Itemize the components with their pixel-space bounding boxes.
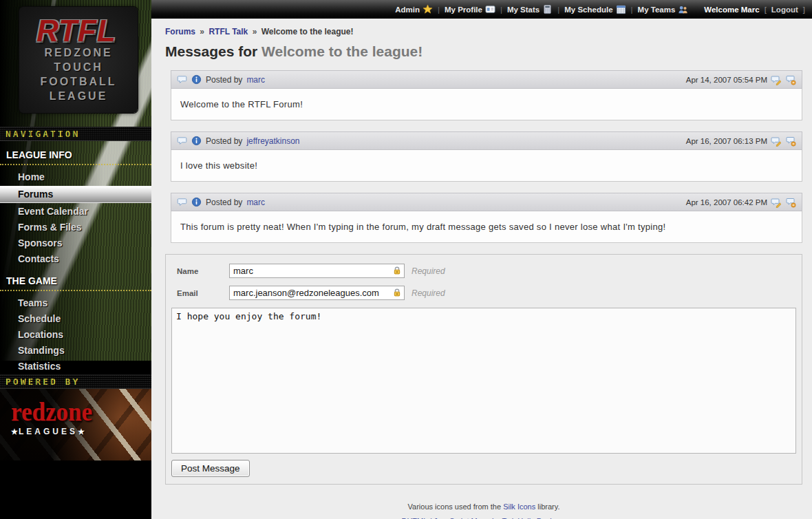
email-row: Email Required bbox=[171, 286, 796, 300]
reply-form: Name Required Email Required I hope you … bbox=[165, 254, 802, 485]
sidebar-spacer bbox=[0, 113, 151, 127]
sidebar-item-event-calendar[interactable]: Event Calendar bbox=[0, 204, 151, 220]
message-post: Posted by marc Apr 16, 2007 06:42 PM Thi… bbox=[171, 193, 802, 243]
topbar-separator: | bbox=[438, 6, 440, 14]
name-label: Name bbox=[171, 267, 229, 275]
calendar-icon bbox=[616, 4, 626, 14]
message-body: Welcome to the RTFL Forum! bbox=[171, 89, 802, 120]
message-body: I love this website! bbox=[171, 150, 802, 182]
sidebar-item-standings[interactable]: Standings bbox=[0, 343, 151, 359]
email-label: Email bbox=[171, 289, 229, 297]
topbar-item-my-schedule[interactable]: My Schedule bbox=[564, 4, 626, 14]
sidebar-bottom-fill bbox=[0, 460, 151, 519]
rtfl-logo-line: REDZONE bbox=[44, 46, 112, 61]
comment-remove-icon[interactable] bbox=[785, 197, 796, 208]
topbar-separator: | bbox=[557, 6, 559, 14]
breadcrumb-separator: » bbox=[197, 27, 206, 36]
sidebar-item-locations[interactable]: Locations bbox=[0, 327, 151, 343]
message-body: This forum is pretty neat! When I'm typi… bbox=[171, 211, 802, 243]
sidebar-item-forms-files[interactable]: Forms & Files bbox=[0, 220, 151, 235]
redzone-logo-sub: ★LEAGUES★ bbox=[11, 427, 151, 436]
main-area: Admin | My Profile | My Stats | My Sched… bbox=[151, 0, 812, 519]
sidebar-item-sponsors[interactable]: Sponsors bbox=[0, 235, 151, 251]
logout-link[interactable]: Logout bbox=[771, 6, 798, 14]
topbar-item-my-stats[interactable]: My Stats bbox=[507, 4, 553, 14]
leagues-text: LEAGUES bbox=[19, 427, 78, 436]
comment-remove-icon[interactable] bbox=[785, 74, 796, 85]
content-area: Forums » RTFL Talk » Welcome to the leag… bbox=[151, 19, 812, 519]
rtfl-logo-acronym: RTFL bbox=[36, 16, 120, 46]
name-input-wrap bbox=[229, 264, 405, 278]
name-field[interactable] bbox=[229, 264, 405, 278]
info-icon[interactable] bbox=[191, 136, 202, 146]
topbar-separator: | bbox=[631, 6, 633, 14]
silk-icons-link[interactable]: Silk Icons bbox=[503, 502, 535, 511]
message-textarea[interactable]: I hope you enjoy the forum! bbox=[171, 308, 796, 454]
message-header-left: Posted by marc bbox=[177, 197, 265, 207]
group-icon bbox=[678, 4, 688, 14]
my-schedule-label: My Schedule bbox=[564, 6, 612, 14]
sidebar-item-forums[interactable]: Forums bbox=[0, 186, 151, 203]
sidebar-item-statistics[interactable]: Statistics bbox=[0, 359, 151, 374]
vcard-icon bbox=[485, 4, 495, 14]
comment-edit-icon[interactable] bbox=[771, 136, 782, 147]
footer-line-icons: Various icons used from the Silk Icons l… bbox=[165, 500, 802, 514]
page-title-prefix: Messages for bbox=[165, 43, 261, 59]
topbar-item-my-profile[interactable]: My Profile bbox=[445, 4, 495, 14]
breadcrumb-link-rtfl-talk[interactable]: RTFL Talk bbox=[209, 27, 248, 36]
info-icon[interactable] bbox=[191, 74, 202, 85]
redzone-logo-word: redzone bbox=[11, 399, 151, 425]
author-link[interactable]: marc bbox=[246, 198, 265, 207]
posted-by-label: Posted by bbox=[206, 198, 242, 207]
rtfl-logo: RTFL REDZONE TOUCH FOOTBALL LEAGUE bbox=[19, 7, 138, 113]
comment-edit-icon[interactable] bbox=[771, 197, 782, 208]
section-title-league-info: LEAGUE INFO bbox=[0, 149, 151, 165]
page-title-topic: Welcome to the league! bbox=[261, 43, 423, 59]
my-stats-label: My Stats bbox=[507, 6, 539, 14]
comment-icon bbox=[177, 197, 187, 207]
section-title-the-game: THE GAME bbox=[0, 275, 151, 291]
comment-remove-icon[interactable] bbox=[785, 136, 796, 147]
breadcrumb-link-forums[interactable]: Forums bbox=[165, 27, 195, 36]
message-date: Apr 16, 2007 06:13 PM bbox=[686, 137, 767, 145]
sidebar-item-schedule[interactable]: Schedule bbox=[0, 311, 151, 327]
sidebar-item-contacts[interactable]: Contacts bbox=[0, 251, 151, 267]
topbar: Admin | My Profile | My Stats | My Sched… bbox=[151, 0, 812, 19]
comment-edit-icon[interactable] bbox=[771, 74, 782, 85]
footer-text: library. bbox=[535, 502, 559, 511]
lock-icon bbox=[392, 266, 402, 278]
message-header: Posted by marc Apr 14, 2007 05:54 PM bbox=[171, 70, 802, 89]
topbar-item-admin[interactable]: Admin bbox=[395, 4, 433, 14]
logout-bracket: ] bbox=[803, 6, 805, 14]
star-icon bbox=[423, 4, 433, 14]
message-header-left: Posted by marc bbox=[177, 74, 265, 85]
footer-text: Various icons used from the bbox=[408, 502, 504, 511]
page-footer: Various icons used from the Silk Icons l… bbox=[165, 500, 802, 519]
post-message-button[interactable]: Post Message bbox=[171, 460, 250, 477]
rtfl-logo-line: TOUCH bbox=[54, 61, 103, 75]
redzone-leagues-logo[interactable]: redzone ★LEAGUES★ bbox=[0, 389, 151, 460]
message-post: Posted by marc Apr 14, 2007 05:54 PM Wel… bbox=[171, 70, 802, 120]
my-teams-label: My Teams bbox=[638, 6, 676, 14]
sidebar-item-teams[interactable]: Teams bbox=[0, 295, 151, 311]
topbar-item-my-teams[interactable]: My Teams bbox=[638, 4, 689, 14]
rtfl-logo-line: LEAGUE bbox=[50, 89, 108, 104]
star-glyph: ★ bbox=[78, 427, 85, 436]
message-header-left: Posted by jeffreyatkinson bbox=[177, 136, 300, 146]
breadcrumb-current: Welcome to the league! bbox=[261, 27, 354, 36]
author-link[interactable]: marc bbox=[246, 75, 265, 85]
info-icon[interactable] bbox=[191, 197, 202, 207]
navigation-header: NAVIGATION bbox=[0, 127, 151, 141]
message-date: Apr 16, 2007 06:42 PM bbox=[686, 198, 767, 206]
sidebar-item-home[interactable]: Home bbox=[0, 169, 151, 185]
powered-by-header: POWERED BY bbox=[0, 374, 151, 389]
email-field[interactable] bbox=[229, 286, 405, 300]
message-meta: Apr 14, 2007 05:54 PM bbox=[686, 74, 796, 85]
email-input-wrap bbox=[229, 286, 405, 300]
comment-icon bbox=[177, 136, 187, 146]
breadcrumb: Forums » RTFL Talk » Welcome to the leag… bbox=[165, 27, 802, 36]
rtfl-logo-line: FOOTBALL bbox=[40, 75, 116, 89]
posted-by-label: Posted by bbox=[206, 136, 242, 146]
required-label: Required bbox=[412, 288, 445, 298]
author-link[interactable]: jeffreyatkinson bbox=[246, 136, 299, 146]
